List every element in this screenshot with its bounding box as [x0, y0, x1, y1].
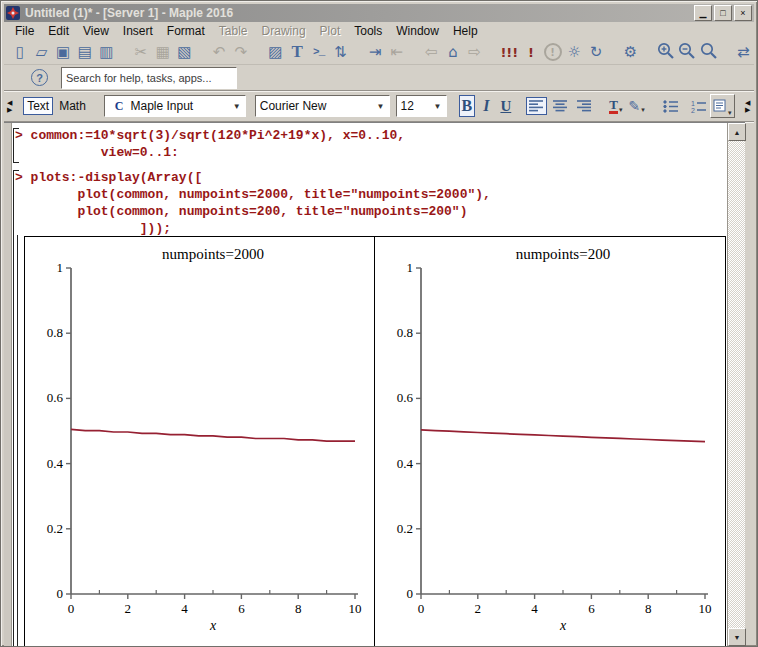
close-button[interactable]: × [734, 5, 752, 21]
font-size-dropdown[interactable]: 12 ▼ [396, 95, 447, 117]
align-right-icon [577, 99, 592, 113]
underline-button[interactable]: U [497, 96, 514, 117]
debug-button[interactable]: ☼ [563, 41, 585, 63]
zoom-reset-button[interactable] [698, 41, 720, 63]
y-tick-label: 0.4 [47, 456, 64, 471]
highlight-button[interactable]: ✎▾ [625, 96, 647, 116]
zoom-in-button[interactable] [654, 41, 676, 63]
scroll-up-icon[interactable]: ▲ [728, 123, 746, 141]
section-triangles-icon: ⇅ [334, 43, 347, 61]
bold-button[interactable]: B [459, 95, 476, 117]
cut-button: ✂ [130, 41, 152, 63]
text-mode-button[interactable]: Text [23, 97, 53, 115]
worksheet-content: > common:=10*sqrt(3)/sqrt(120*Pi^2+19*x)… [12, 123, 728, 646]
print-preview-icon: ▥ [99, 43, 113, 61]
outdent-button: ⇤ [386, 41, 408, 63]
insert-prompt-button[interactable]: >_ [308, 41, 330, 63]
plot-svg-2000: numpoints=200000.20.40.60.810246810x [25, 237, 374, 644]
print-button[interactable]: ▤ [74, 41, 96, 63]
maximize-button[interactable]: □ [714, 5, 732, 21]
home-button[interactable]: ⌂ [442, 41, 464, 63]
section-display-button[interactable]: ▾ [710, 94, 735, 118]
back-arrow-icon: ⇦ [425, 43, 438, 61]
chevron-down-icon: ▾ [728, 109, 732, 117]
paragraph-style-dropdown[interactable]: C Maple Input ▼ [104, 95, 246, 117]
plot-title: numpoints=2000 [162, 246, 264, 262]
execute-button[interactable]: ! [520, 41, 542, 63]
x-axis-label: x [209, 618, 217, 633]
plot-panel-200[interactable]: numpoints=20000.20.40.60.810246810x [374, 237, 725, 646]
help-icon[interactable]: ? [31, 69, 48, 86]
undo-arrow-icon: ↶ [213, 43, 226, 61]
output-group-bracket [17, 235, 19, 646]
y-tick-label: 0.2 [397, 521, 413, 536]
font-family-dropdown[interactable]: Courier New ▼ [255, 95, 390, 117]
toolbar-gripper-right-icon[interactable]: ◀▶ [745, 99, 752, 113]
insert-input-button[interactable]: ▨ [265, 41, 287, 63]
maple-app-icon [6, 6, 20, 20]
align-center-button[interactable] [550, 97, 571, 115]
numbered-list-button[interactable]: 12 [687, 98, 710, 115]
print-preview-button[interactable]: ▥ [96, 41, 118, 63]
paste-button[interactable]: ▧ [174, 41, 196, 63]
style-c-icon: C [115, 99, 124, 114]
execute-icon: ! [528, 45, 534, 60]
italic-button[interactable]: I [480, 95, 492, 117]
plot-svg-200: numpoints=20000.20.40.60.810246810x [375, 237, 724, 644]
chevron-down-icon: ▼ [373, 102, 385, 111]
scroll-down-icon[interactable]: ▼ [728, 628, 746, 646]
vertical-scrollbar[interactable]: ▲ ▼ [727, 123, 745, 646]
magnifier-icon [699, 41, 718, 64]
new-document-button[interactable]: ▯ [9, 41, 31, 63]
open-button[interactable]: ▱ [31, 41, 53, 63]
home-icon: ⌂ [448, 43, 458, 61]
math-mode-button[interactable]: Math [55, 97, 90, 115]
save-button[interactable]: ▣ [52, 41, 74, 63]
zoom-out-button[interactable] [676, 41, 698, 63]
toggle-tabs-button[interactable]: ⇄ [732, 41, 754, 63]
alignment-group [526, 97, 595, 115]
indent-button[interactable]: ⇥ [364, 41, 386, 63]
menu-edit[interactable]: Edit [41, 22, 76, 40]
execute-all-button[interactable]: !!! [498, 41, 520, 63]
tab-arrows-icon: ⇄ [737, 43, 750, 61]
x-tick-label: 4 [531, 601, 538, 616]
title-bar: Untitled (1)* - [Server 1] - Maple 2016 … [4, 4, 754, 22]
x-tick-label: 8 [295, 601, 302, 616]
font-color-button[interactable]: T▾ [606, 97, 625, 116]
new-document-icon: ▯ [16, 43, 24, 61]
menu-window[interactable]: Window [389, 22, 446, 40]
maple-input-group-1[interactable]: > common:=10*sqrt(3)/sqrt(120*Pi^2+19*x)… [15, 127, 405, 161]
font-color-icon: T▾ [609, 99, 622, 114]
bullet-list-button[interactable] [660, 98, 682, 115]
align-right-button[interactable] [574, 97, 595, 115]
main-toolbar: ▯▱▣▤▥✂▦▧↶↷▨T>_⇅⇥⇤⇦⌂⇨!!!!!☼↻⚙⇄ [4, 40, 754, 65]
menu-help[interactable]: Help [446, 22, 485, 40]
window-title: Untitled (1)* - [Server 1] - Maple 2016 [25, 6, 692, 20]
minimize-button[interactable]: ▁ [694, 5, 712, 21]
y-tick-label: 0.8 [47, 325, 63, 340]
search-input[interactable] [61, 67, 237, 89]
x-tick-label: 0 [418, 601, 425, 616]
indent-icon: ⇥ [369, 43, 382, 61]
scissors-icon: ✂ [135, 43, 148, 61]
align-left-button[interactable] [526, 97, 547, 115]
plot-panel-2000[interactable]: numpoints=200000.20.40.60.810246810x [25, 237, 374, 646]
forward-arrow-icon: ⇨ [468, 43, 481, 61]
maple-input-group-2[interactable]: > plots:-display(Array([ plot(common, nu… [15, 169, 491, 237]
forward-button: ⇨ [464, 41, 486, 63]
menu-format[interactable]: Format [160, 22, 212, 40]
menu-view[interactable]: View [76, 22, 116, 40]
restart-button[interactable]: ↻ [585, 41, 607, 63]
toolbar-gripper-left-icon[interactable]: ◀▶ [7, 99, 14, 113]
insert-section-button[interactable]: ⇅ [330, 41, 352, 63]
y-tick-label: 1 [57, 260, 64, 275]
context-toolbar: ◀▶ Text Math C Maple Input ▼ Courier New… [4, 91, 754, 122]
menu-tools[interactable]: Tools [347, 22, 389, 40]
options-button[interactable]: ⚙ [620, 41, 642, 63]
insert-text-button[interactable]: T [286, 41, 308, 63]
menu-file[interactable]: File [8, 22, 41, 40]
save-icon: ▣ [56, 43, 70, 61]
worksheet-area[interactable]: > common:=10*sqrt(3)/sqrt(120*Pi^2+19*x)… [4, 122, 745, 646]
menu-insert[interactable]: Insert [116, 22, 160, 40]
